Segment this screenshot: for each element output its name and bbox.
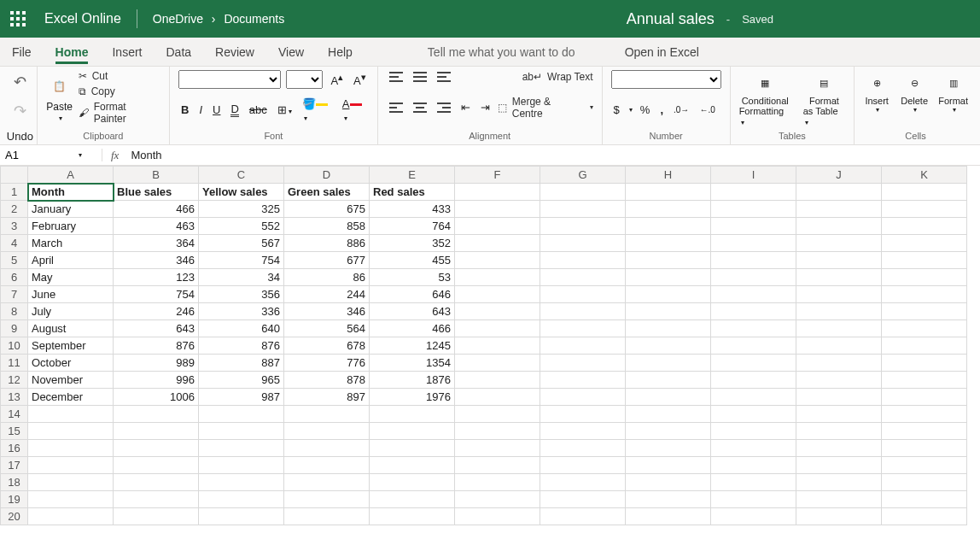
cell[interactable] bbox=[626, 474, 711, 491]
cell[interactable] bbox=[626, 389, 711, 406]
borders-button[interactable]: ⊞▾ bbox=[275, 102, 295, 118]
cell[interactable]: 996 bbox=[114, 372, 199, 389]
cell[interactable] bbox=[626, 406, 711, 423]
cell[interactable] bbox=[540, 235, 626, 252]
cell[interactable]: 463 bbox=[114, 218, 199, 235]
cell[interactable]: 643 bbox=[114, 320, 199, 337]
cell[interactable] bbox=[455, 303, 540, 320]
cell[interactable] bbox=[540, 252, 626, 269]
cell[interactable] bbox=[796, 372, 882, 389]
cell[interactable] bbox=[370, 474, 455, 491]
decrease-decimal-button[interactable]: ←.0 bbox=[697, 103, 717, 116]
cell[interactable] bbox=[796, 218, 882, 235]
breadcrumb-item[interactable]: Documents bbox=[224, 12, 284, 26]
row-header[interactable]: 13 bbox=[1, 389, 28, 406]
row-header[interactable]: 14 bbox=[1, 406, 28, 423]
cell[interactable] bbox=[540, 355, 626, 372]
cell[interactable]: 336 bbox=[199, 303, 284, 320]
cell[interactable] bbox=[626, 218, 711, 235]
fx-icon[interactable]: fx bbox=[102, 149, 127, 162]
cell[interactable]: February bbox=[28, 218, 114, 235]
cell[interactable] bbox=[711, 184, 796, 201]
column-header[interactable]: B bbox=[114, 167, 199, 184]
underline-button[interactable]: U bbox=[210, 102, 223, 118]
cell[interactable] bbox=[540, 269, 626, 286]
column-header[interactable]: F bbox=[455, 167, 540, 184]
cell[interactable]: 1976 bbox=[370, 389, 455, 406]
double-underline-button[interactable]: D bbox=[230, 104, 238, 117]
cell[interactable] bbox=[796, 389, 882, 406]
cell[interactable] bbox=[882, 508, 967, 525]
cell[interactable] bbox=[626, 201, 711, 218]
cell[interactable] bbox=[626, 320, 711, 337]
cell[interactable] bbox=[284, 440, 370, 457]
cell[interactable] bbox=[711, 440, 796, 457]
cell[interactable] bbox=[882, 389, 967, 406]
cell[interactable] bbox=[626, 355, 711, 372]
cell[interactable] bbox=[711, 508, 796, 525]
cell[interactable] bbox=[28, 457, 114, 474]
cell[interactable] bbox=[711, 320, 796, 337]
cell[interactable] bbox=[28, 406, 114, 423]
cell[interactable]: Yellow sales bbox=[199, 184, 284, 201]
cell[interactable] bbox=[114, 508, 199, 525]
cell[interactable]: July bbox=[28, 303, 114, 320]
cell[interactable] bbox=[199, 440, 284, 457]
row-header[interactable]: 19 bbox=[1, 491, 28, 508]
align-right-button[interactable] bbox=[435, 101, 453, 114]
cell[interactable]: 466 bbox=[114, 201, 199, 218]
cell[interactable] bbox=[540, 337, 626, 355]
cell[interactable] bbox=[455, 406, 540, 423]
cell[interactable] bbox=[626, 184, 711, 201]
tab-data[interactable]: Data bbox=[166, 40, 191, 64]
cell[interactable] bbox=[199, 508, 284, 525]
cell[interactable] bbox=[796, 457, 882, 474]
cell[interactable] bbox=[711, 303, 796, 320]
cell[interactable] bbox=[626, 235, 711, 252]
cell[interactable] bbox=[711, 269, 796, 286]
cell[interactable] bbox=[711, 355, 796, 372]
bold-button[interactable]: B bbox=[178, 102, 191, 118]
select-all-corner[interactable] bbox=[1, 167, 28, 184]
cell[interactable] bbox=[796, 303, 882, 320]
cell[interactable] bbox=[284, 508, 370, 525]
cell[interactable] bbox=[882, 303, 967, 320]
cell[interactable] bbox=[284, 491, 370, 508]
cell[interactable]: 858 bbox=[284, 218, 370, 235]
cell[interactable] bbox=[455, 355, 540, 372]
row-header[interactable]: 6 bbox=[1, 269, 28, 286]
cell[interactable] bbox=[540, 372, 626, 389]
cell[interactable] bbox=[626, 303, 711, 320]
currency-button[interactable]: $ bbox=[611, 102, 622, 118]
cell[interactable] bbox=[711, 406, 796, 423]
cell[interactable] bbox=[882, 474, 967, 491]
cell[interactable] bbox=[370, 440, 455, 457]
cell[interactable] bbox=[796, 184, 882, 201]
cell[interactable] bbox=[882, 355, 967, 372]
cell[interactable] bbox=[455, 286, 540, 303]
cell[interactable]: 887 bbox=[199, 355, 284, 372]
cell[interactable] bbox=[114, 457, 199, 474]
cell[interactable] bbox=[711, 372, 796, 389]
row-header[interactable]: 7 bbox=[1, 286, 28, 303]
italic-button[interactable]: I bbox=[196, 102, 205, 118]
cell[interactable] bbox=[455, 201, 540, 218]
cell[interactable]: 754 bbox=[199, 252, 284, 269]
cell[interactable] bbox=[711, 491, 796, 508]
document-title[interactable]: Annual sales bbox=[627, 10, 715, 28]
cell[interactable] bbox=[626, 286, 711, 303]
decrease-indent-button[interactable]: ⇤ bbox=[458, 99, 473, 115]
breadcrumb-item[interactable]: OneDrive bbox=[153, 12, 203, 26]
row-header[interactable]: 9 bbox=[1, 320, 28, 337]
cell[interactable]: 675 bbox=[284, 201, 370, 218]
cell[interactable] bbox=[540, 423, 626, 440]
font-color-button[interactable]: A▾ bbox=[340, 96, 369, 125]
cell[interactable] bbox=[796, 235, 882, 252]
cell[interactable]: 646 bbox=[370, 286, 455, 303]
cell[interactable] bbox=[796, 440, 882, 457]
merge-center-button[interactable]: ⬚Merge & Centre▾ bbox=[498, 96, 593, 120]
column-header[interactable]: E bbox=[370, 167, 455, 184]
cell[interactable] bbox=[711, 337, 796, 355]
cell[interactable] bbox=[199, 474, 284, 491]
cell[interactable]: 433 bbox=[370, 201, 455, 218]
